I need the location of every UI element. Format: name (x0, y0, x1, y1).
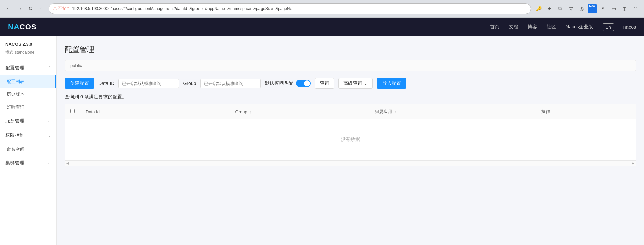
table-body: 没有数据 (65, 119, 636, 160)
url-text: 192.168.5.193:30006/nacos/#/configuratio… (72, 6, 295, 11)
result-count: 0 (80, 94, 83, 99)
logo: NACOS (8, 23, 36, 31)
forward-button[interactable]: → (15, 4, 24, 13)
table-header: Data Id ↕ Group ↕ 归属应用 ↕ 操作 (65, 104, 636, 119)
select-all-checkbox[interactable] (70, 109, 75, 113)
nav-links: 首页 文档 博客 社区 Nacos企业版 En nacos (490, 23, 636, 31)
nav-blog[interactable]: 博客 (528, 24, 537, 30)
table-container: Data Id ↕ Group ↕ 归属应用 ↕ 操作 (65, 104, 636, 166)
reload-button[interactable]: ↻ (26, 4, 35, 13)
page-title: 配置管理 (65, 44, 636, 55)
sidebar-section-namespace: 命名空间 (0, 143, 56, 156)
table-header-data-id: Data Id ↕ (80, 104, 230, 119)
fuzzy-match-toggle-container: 默认模糊匹配 (265, 80, 311, 87)
sidebar-cluster-header[interactable]: 集群管理 ⌄ (0, 156, 56, 170)
advanced-query-button[interactable]: 高级查询 ⌄ (338, 78, 373, 89)
result-info: 查询到 0 条满足要求的配置。 (65, 94, 636, 100)
sort-icon-app[interactable]: ↕ (395, 110, 397, 114)
address-bar[interactable]: △ 不安全 192.168.5.193:30006/nacos/#/config… (49, 3, 531, 14)
sidebar-item-namespace[interactable]: 命名空间 (0, 143, 56, 156)
language-button[interactable]: En (603, 23, 614, 31)
chevron-down-icon2: ⌄ (48, 133, 51, 138)
table-header-actions: 操作 (536, 104, 636, 119)
group-label: Group (183, 81, 196, 86)
nav-home[interactable]: 首页 (490, 24, 499, 30)
puzzle-icon[interactable]: ▭ (609, 4, 618, 13)
sidebar-version: NACOS 2.3.0 (0, 36, 56, 48)
table-header-group: Group ↕ (230, 104, 369, 119)
nav-docs[interactable]: 文档 (509, 24, 518, 30)
scroll-left-icon[interactable]: ◀ (65, 161, 70, 166)
create-config-button[interactable]: 创建配置 (65, 78, 94, 89)
sidebar-config-header[interactable]: 配置管理 ⌃ (0, 61, 56, 75)
fuzzy-match-toggle[interactable] (296, 80, 311, 87)
extension-icon[interactable]: ⧉ (555, 4, 565, 13)
sidebar-config-label: 配置管理 (5, 65, 24, 71)
chevron-down-icon3: ⌄ (48, 161, 51, 165)
password-icon[interactable]: 🔑 (534, 4, 543, 13)
browser-chrome: ← → ↻ ⌂ △ 不安全 192.168.5.193:30006/nacos/… (0, 0, 644, 18)
sidebar-item-history[interactable]: 历史版本 (0, 88, 56, 101)
home-button[interactable]: ⌂ (36, 4, 46, 13)
sidebar-section-config: 配置管理 ⌃ 配置列表 历史版本 监听查询 (0, 61, 56, 114)
security-warning: △ 不安全 (53, 6, 70, 11)
scrollbar-area[interactable]: ◀ ▶ (65, 160, 636, 166)
namespace-bar: public (65, 60, 636, 71)
chevron-down-icon: ⌄ (48, 119, 51, 123)
sidebar-section-service: 服务管理 ⌄ (0, 114, 56, 128)
split-icon[interactable]: ◫ (620, 4, 629, 13)
bookmark-star-icon[interactable]: ★ (545, 4, 554, 13)
new-badge: New (588, 4, 597, 13)
location-icon[interactable]: ◎ (577, 4, 586, 13)
sidebar-service-label: 服务管理 (5, 118, 24, 124)
chevron-up-icon: ⌃ (48, 66, 51, 70)
app-body: NACOS 2.3.0 模式 standalone 配置管理 ⌃ 配置列表 历史… (0, 36, 644, 245)
sidebar-item-config-list[interactable]: 配置列表 (0, 75, 56, 88)
sidebar-cluster-label: 集群管理 (5, 160, 24, 166)
scroll-right-icon[interactable]: ▶ (630, 161, 636, 166)
sidebar-mode: 模式 standalone (0, 48, 56, 61)
sidebar-section-cluster: 集群管理 ⌄ (0, 156, 56, 170)
sidebar-section-auth: 权限控制 ⌄ (0, 128, 56, 143)
browser-actions: 🔑 ★ ⧉ ▽ ◎ New S ▭ ◫ ☖ (534, 4, 640, 13)
namespace-tab[interactable]: public (70, 63, 82, 68)
sidebar-service-header[interactable]: 服务管理 ⌄ (0, 114, 56, 128)
config-table: Data Id ↕ Group ↕ 归属应用 ↕ 操作 (65, 104, 636, 160)
sidebar: NACOS 2.3.0 模式 standalone 配置管理 ⌃ 配置列表 历史… (0, 36, 57, 245)
dropdown-icon: ⌄ (364, 81, 368, 86)
top-navbar: NACOS 首页 文档 博客 社区 Nacos企业版 En nacos (0, 18, 644, 36)
toggle-knob (304, 80, 310, 86)
group-input[interactable] (200, 79, 261, 88)
empty-data-text: 没有数据 (70, 123, 630, 156)
nav-community[interactable]: 社区 (547, 24, 556, 30)
table-header-checkbox (65, 104, 80, 119)
table-header-app: 归属应用 ↕ (369, 104, 536, 119)
fuzzy-match-label: 默认模糊匹配 (265, 80, 293, 86)
sidebar-auth-header[interactable]: 权限控制 ⌄ (0, 128, 56, 143)
back-button[interactable]: ← (4, 4, 13, 13)
sort-icon-group[interactable]: ↕ (250, 110, 252, 114)
sort-icon-data-id[interactable]: ↕ (102, 110, 104, 114)
data-id-label: Data ID (98, 81, 114, 86)
import-config-button[interactable]: 导入配置 (377, 78, 406, 89)
toolbar: 创建配置 Data ID Group 默认模糊匹配 查询 高级查询 ⌄ 导入配置 (65, 78, 636, 89)
nav-enterprise[interactable]: Nacos企业版 (565, 24, 593, 30)
extension2-icon[interactable]: ▽ (566, 4, 576, 13)
profile-icon[interactable]: S (598, 4, 608, 13)
account-icon[interactable]: ☖ (631, 4, 640, 13)
table-empty-row: 没有数据 (65, 119, 636, 160)
query-button[interactable]: 查询 (315, 78, 334, 89)
sidebar-item-listener[interactable]: 监听查询 (0, 101, 56, 114)
nav-buttons: ← → ↻ ⌂ (4, 4, 46, 13)
data-id-input[interactable] (118, 79, 179, 88)
user-name[interactable]: nacos (623, 24, 636, 30)
sidebar-auth-label: 权限控制 (5, 132, 24, 139)
main-content: 配置管理 public 创建配置 Data ID Group 默认模糊匹配 查询… (57, 36, 644, 245)
